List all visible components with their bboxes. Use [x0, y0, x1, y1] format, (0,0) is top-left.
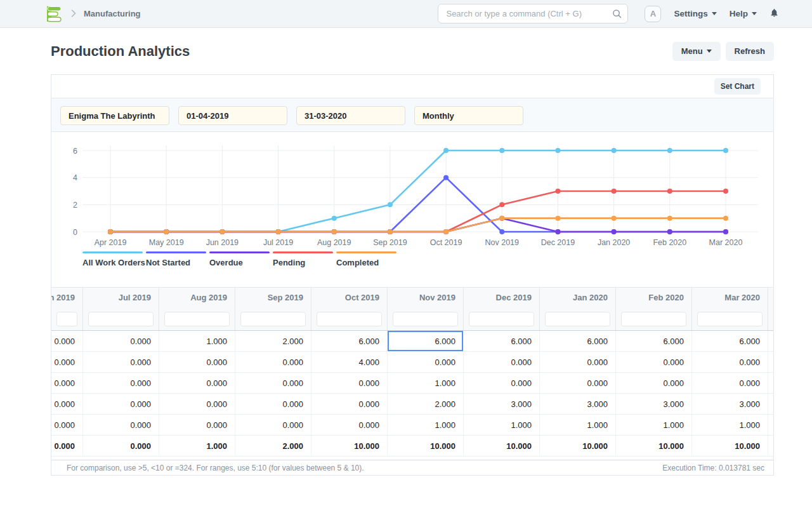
table-cell[interactable]: 0.000: [235, 352, 311, 372]
table-cell[interactable]: 0.000: [388, 352, 464, 372]
table-cell[interactable]: 0.000: [83, 352, 159, 372]
table-cell[interactable]: 1.000: [388, 415, 464, 435]
column-header[interactable]: Dec 2019: [464, 288, 540, 307]
table-cell[interactable]: 0.000: [51, 331, 83, 351]
refresh-button[interactable]: Refresh: [726, 42, 774, 61]
table-cell[interactable]: 3.000: [616, 394, 692, 414]
legend-label: Pending: [273, 258, 336, 267]
settings-menu[interactable]: Settings: [674, 9, 716, 18]
table-cell[interactable]: 0.000: [83, 394, 159, 414]
column-filter-input[interactable]: [240, 312, 306, 326]
column-header[interactable]: Oct 2019: [311, 288, 388, 307]
filter-from-date-input[interactable]: [178, 106, 287, 125]
column-header[interactable]: Jan 2020: [540, 288, 616, 307]
table-cell[interactable]: 2.000: [235, 436, 311, 456]
filter-to-date-input[interactable]: [296, 106, 405, 125]
table-cell[interactable]: 4.000: [311, 352, 388, 372]
column-filter-input[interactable]: [88, 312, 154, 326]
table-cell[interactable]: 3.000: [692, 394, 768, 414]
table-cell[interactable]: 10.000: [692, 436, 768, 456]
table-cell[interactable]: 6.000: [692, 331, 768, 351]
table-cell[interactable]: 0.000: [83, 331, 159, 351]
menu-button[interactable]: Menu: [672, 42, 721, 61]
filter-range-select[interactable]: [414, 106, 523, 125]
set-chart-button[interactable]: Set Chart: [714, 78, 761, 95]
table-cell[interactable]: 0.000: [159, 394, 235, 414]
search-input[interactable]: [438, 4, 628, 23]
table-cell[interactable]: 0.000: [692, 373, 768, 393]
table-cell[interactable]: 0.000: [464, 352, 540, 372]
table-cell[interactable]: 0.000: [83, 373, 159, 393]
table-cell[interactable]: 10.000: [616, 436, 692, 456]
table-cell[interactable]: 1.000: [464, 415, 540, 435]
table-cell[interactable]: 0.000: [540, 373, 616, 393]
column-header[interactable]: Feb 2020: [616, 288, 692, 307]
column-filter-input[interactable]: [469, 312, 534, 326]
table-cell[interactable]: 0.000: [311, 394, 388, 414]
table-cell[interactable]: 6.000: [311, 331, 388, 351]
table-cell[interactable]: 3.000: [464, 394, 540, 414]
table-cell[interactable]: 0.000: [51, 394, 83, 414]
table-cell[interactable]: 2.000: [235, 331, 311, 351]
table-cell[interactable]: 0.000: [83, 415, 159, 435]
table-cell[interactable]: 10.000: [464, 436, 540, 456]
table-cell[interactable]: 0.000: [616, 352, 692, 372]
breadcrumb[interactable]: Manufacturing: [84, 9, 141, 18]
table-cell[interactable]: 0.000: [51, 415, 83, 435]
table-cell[interactable]: 1.000: [159, 331, 235, 351]
table-cell[interactable]: 0.000: [51, 436, 83, 456]
table-cell[interactable]: 2.000: [388, 394, 464, 414]
column-filter-input[interactable]: [393, 312, 458, 326]
table-cell[interactable]: 10.000: [311, 436, 388, 456]
table-cell[interactable]: 0.000: [159, 352, 235, 372]
table-cell[interactable]: 0.000: [235, 415, 311, 435]
column-filter-input[interactable]: [697, 312, 763, 326]
notifications-bell-icon[interactable]: [769, 8, 779, 20]
column-filter-input[interactable]: [56, 312, 77, 326]
table-cell[interactable]: 6.000: [616, 331, 692, 351]
table-cell[interactable]: 0.000: [159, 415, 235, 435]
table-cell[interactable]: 6.000: [388, 331, 464, 351]
filter-item-input[interactable]: [60, 106, 169, 125]
table-cell[interactable]: 1.000: [159, 436, 235, 456]
table-cell[interactable]: 1.000: [692, 415, 768, 435]
table-cell[interactable]: 0.000: [159, 373, 235, 393]
execution-time: Execution Time: 0.013781 sec: [662, 464, 764, 472]
column-filter-input[interactable]: [621, 312, 686, 326]
table-cell[interactable]: 0.000: [235, 394, 311, 414]
column-header[interactable]: Nov 2019: [388, 288, 464, 307]
legend-item: Overdue: [209, 251, 273, 277]
avatar[interactable]: A: [645, 6, 661, 22]
table-cell[interactable]: 0.000: [83, 436, 159, 456]
table-cell[interactable]: 3.000: [540, 394, 616, 414]
report-card: Set Chart 0246Apr 2019May 2019Jun 2019Ju…: [51, 74, 774, 476]
column-header[interactable]: Mar 2020: [692, 288, 768, 307]
column-header[interactable]: Jun 2019: [51, 288, 83, 307]
table-cell[interactable]: 10.000: [540, 436, 616, 456]
column-filter-input[interactable]: [317, 312, 382, 326]
table-cell[interactable]: 6.000: [540, 331, 616, 351]
table-cell[interactable]: 0.000: [311, 415, 388, 435]
column-filter-input[interactable]: [545, 312, 610, 326]
erpnext-logo-icon[interactable]: [44, 4, 63, 23]
table-cell[interactable]: 6.000: [464, 331, 540, 351]
table-cell[interactable]: 1.000: [388, 373, 464, 393]
table-cell[interactable]: 0.000: [51, 352, 83, 372]
table-cell[interactable]: 0.000: [692, 352, 768, 372]
column-header[interactable]: Jul 2019: [83, 288, 159, 307]
column-header[interactable]: Aug 2019: [159, 288, 235, 307]
table-cell[interactable]: 0.000: [235, 373, 311, 393]
table-cell[interactable]: 1.000: [540, 415, 616, 435]
table-cell[interactable]: 1.000: [616, 415, 692, 435]
table-cell[interactable]: 0.000: [616, 373, 692, 393]
table-row: 0.0000.0000.0000.0004.0000.0000.0000.000…: [51, 352, 773, 373]
column-filter-input[interactable]: [164, 312, 230, 326]
table-cell[interactable]: 10.000: [388, 436, 464, 456]
table-cell[interactable]: 0.000: [311, 373, 388, 393]
table-cell[interactable]: 0.000: [51, 373, 83, 393]
table-cell[interactable]: 0.000: [540, 352, 616, 372]
search-icon[interactable]: [612, 9, 622, 21]
column-header[interactable]: Sep 2019: [235, 288, 311, 307]
help-menu[interactable]: Help: [730, 9, 757, 18]
table-cell[interactable]: 0.000: [464, 373, 540, 393]
